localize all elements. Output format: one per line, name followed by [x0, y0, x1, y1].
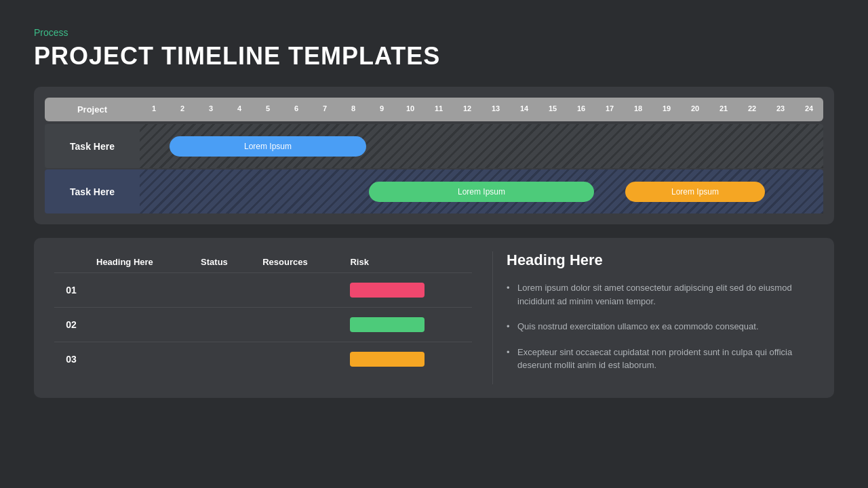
gantt-col-13: 13 [481, 98, 510, 121]
table-row: 02 [54, 308, 472, 342]
gantt-col-9: 9 [368, 98, 396, 121]
gantt-row-1-label: Task Here [45, 124, 140, 168]
row-heading-03 [88, 342, 193, 377]
row-risk-01 [342, 273, 472, 308]
row-status-03 [193, 342, 254, 377]
row-heading-02 [88, 308, 193, 342]
table-panel: Heading Here Status Resources Risk 01 [54, 251, 472, 384]
gantt-col-5: 5 [254, 98, 282, 121]
row-resources-02 [254, 308, 342, 342]
gantt-col-4: 4 [225, 98, 254, 121]
gantt-row-1-bars: Lorem Ipsum [140, 124, 823, 168]
row-num-01: 01 [54, 273, 88, 308]
gantt-col-15: 15 [538, 98, 567, 121]
row-heading-01 [88, 273, 193, 308]
gantt-col-14: 14 [510, 98, 538, 121]
gantt-col-22: 22 [738, 98, 766, 121]
info-bullet-2: Quis nostrud exercitation ullamco ex ea … [507, 320, 814, 333]
table-header-num [54, 251, 88, 273]
info-list: Lorem ipsum dolor sit amet consectetur a… [507, 281, 814, 372]
gantt-header: Project 1 2 3 4 5 6 7 8 9 10 11 12 13 14… [45, 98, 823, 121]
row-risk-03 [342, 342, 472, 377]
gantt-col-17: 17 [595, 98, 624, 121]
gantt-bar-green: Lorem Ipsum [369, 182, 594, 202]
page-wrapper: Process PROJECT TIMELINE TEMPLATES Proje… [0, 0, 868, 425]
gantt-col-24: 24 [795, 98, 823, 121]
gantt-section: Project 1 2 3 4 5 6 7 8 9 10 11 12 13 14… [34, 87, 834, 224]
gantt-bar-blue: Lorem Ipsum [170, 136, 366, 157]
table-header-status: Status [193, 251, 254, 273]
gantt-col-19: 19 [652, 98, 681, 121]
gantt-col-16: 16 [567, 98, 595, 121]
gantt-row-2: Task Here Lorem Ipsum Lorem Ipsum [45, 169, 823, 214]
gantt-col-6: 6 [282, 98, 311, 121]
risk-bar-01 [350, 283, 425, 298]
gantt-row-2-bars: Lorem Ipsum Lorem Ipsum [140, 169, 823, 214]
page-title: PROJECT TIMELINE TEMPLATES [34, 42, 834, 70]
gantt-col-3: 3 [197, 98, 225, 121]
row-num-03: 03 [54, 342, 88, 377]
gantt-col-2: 2 [168, 98, 197, 121]
row-num-02: 02 [54, 308, 88, 342]
table-header-resources: Resources [254, 251, 342, 273]
gantt-project-header: Project [45, 98, 140, 121]
row-status-02 [193, 308, 254, 342]
gantt-bar-orange: Lorem Ipsum [625, 182, 765, 202]
risk-bar-02 [350, 317, 425, 332]
info-panel: Heading Here Lorem ipsum dolor sit amet … [492, 251, 814, 384]
page-subtitle: Process [34, 27, 834, 38]
info-bullet-3: Excepteur sint occaecat cupidatat non pr… [507, 346, 814, 372]
row-resources-01 [254, 273, 342, 308]
gantt-col-21: 21 [709, 98, 738, 121]
row-risk-02 [342, 308, 472, 342]
table-row: 03 [54, 342, 472, 377]
info-bullet-1: Lorem ipsum dolor sit amet consectetur a… [507, 281, 814, 308]
gantt-col-11: 11 [425, 98, 453, 121]
table-row: 01 [54, 273, 472, 308]
gantt-col-23: 23 [766, 98, 795, 121]
gantt-row-1: Task Here Lorem Ipsum [45, 124, 823, 168]
row-status-01 [193, 273, 254, 308]
gantt-col-10: 10 [396, 98, 425, 121]
data-table: Heading Here Status Resources Risk 01 [54, 251, 472, 376]
row-resources-03 [254, 342, 342, 377]
table-header-risk: Risk [342, 251, 472, 273]
gantt-col-8: 8 [339, 98, 368, 121]
table-header-row: Heading Here Status Resources Risk [54, 251, 472, 273]
gantt-row-2-label: Task Here [45, 169, 140, 214]
gantt-col-20: 20 [681, 98, 709, 121]
gantt-col-18: 18 [624, 98, 652, 121]
bottom-section: Heading Here Status Resources Risk 01 [34, 238, 834, 398]
table-header-heading: Heading Here [88, 251, 193, 273]
gantt-col-1: 1 [140, 98, 168, 121]
gantt-col-7: 7 [311, 98, 339, 121]
gantt-col-12: 12 [453, 98, 481, 121]
risk-bar-03 [350, 352, 425, 367]
info-heading: Heading Here [507, 251, 814, 269]
